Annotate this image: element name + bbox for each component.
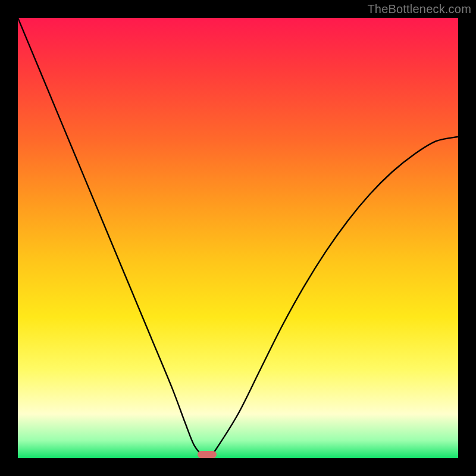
- curve-path: [18, 18, 458, 458]
- plot-area: [18, 18, 458, 458]
- bottleneck-curve: [18, 18, 458, 458]
- watermark-text: TheBottleneck.com: [367, 2, 471, 16]
- optimal-marker: [198, 451, 217, 458]
